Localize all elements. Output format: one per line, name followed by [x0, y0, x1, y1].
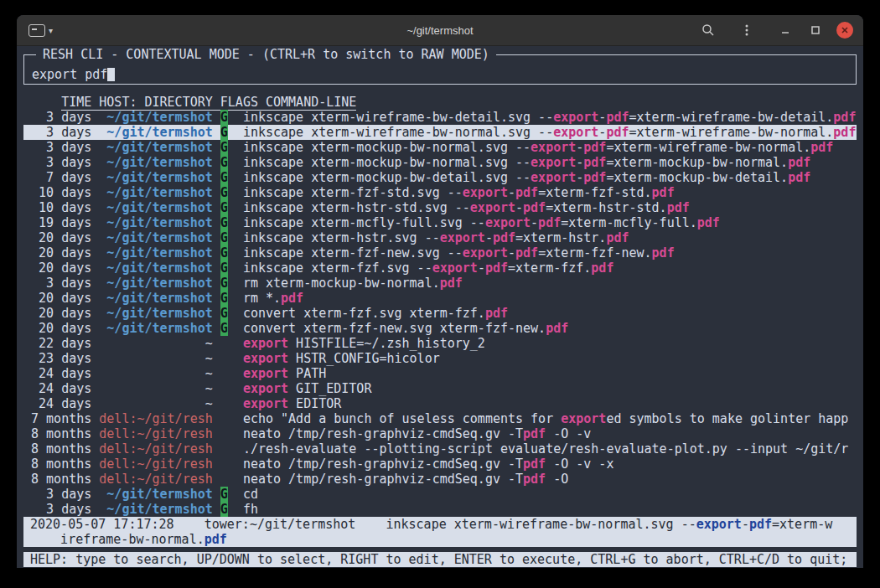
history-row[interactable]: 24 days ~ export EDITOR — [23, 396, 857, 411]
history-row[interactable]: 20 days ~/git/termshot G convert xterm-f… — [23, 321, 857, 336]
git-flag-badge: G — [220, 140, 228, 155]
history-row[interactable]: 20 days ~/git/termshot G inkscape xterm-… — [23, 230, 857, 245]
history-row[interactable]: 8 months dell:~/git/resh neato /tmp/resh… — [23, 426, 857, 441]
history-row[interactable]: 20 days ~/git/termshot G inkscape xterm-… — [23, 260, 857, 276]
search-match: pdf — [788, 170, 810, 185]
history-row[interactable]: 20 days ~/git/termshot G rm *.pdf — [23, 291, 857, 306]
host-directory-cell: ~/git/termshot — [99, 487, 212, 502]
history-row-selected[interactable]: 3 days ~/git/termshot G inkscape xterm-w… — [23, 125, 857, 140]
command-cell: inkscape xterm-wireframe-bw-detail.svg -… — [243, 110, 857, 125]
git-flag-badge: G — [220, 125, 228, 140]
git-flag-badge: G — [220, 276, 228, 291]
search-match: pdf — [485, 260, 508, 276]
git-flag-badge: G — [220, 110, 228, 125]
command-cell: convert xterm-fzf.svg xterm-fzf.pdf — [243, 306, 508, 321]
host-directory-cell: ~/git/termshot — [99, 125, 212, 140]
minimize-icon — [779, 23, 792, 37]
command-cell: inkscape xterm-fzf.svg --export-pdf=xter… — [243, 260, 614, 276]
search-match: export — [531, 170, 576, 185]
history-row[interactable]: 3 days ~/git/termshot G rm xterm-mockup-… — [23, 276, 857, 291]
status-line-1: 2020-05-07 17:17:28 tower:~/git/termshot… — [30, 517, 857, 532]
history-row[interactable]: 7 months dell:~/git/resh echo "Add a bun… — [23, 411, 857, 426]
time-cell: 20 days — [23, 245, 91, 260]
history-row[interactable]: 8 months dell:~/git/resh neato /tmp/resh… — [23, 472, 857, 487]
search-match: pdf — [493, 230, 515, 245]
menu-button[interactable] — [738, 21, 756, 39]
history-row[interactable]: 8 months dell:~/git/resh ./resh-evaluate… — [23, 441, 857, 456]
host-directory-cell: ~ — [99, 336, 212, 351]
search-match: pdf — [833, 125, 856, 140]
history-row[interactable]: 23 days ~ export HSTR_CONFIG=hicolor — [23, 351, 857, 366]
search-match: pdf — [606, 125, 629, 140]
search-match: pdf — [583, 155, 606, 170]
history-row[interactable]: 10 days ~/git/termshot G inkscape xterm-… — [23, 200, 857, 215]
host-directory-cell: ~/git/termshot — [99, 155, 212, 170]
git-flag-badge: G — [220, 245, 228, 260]
search-input[interactable]: export pdf — [32, 67, 115, 82]
time-cell: 8 months — [23, 472, 91, 487]
search-match: pdf — [440, 276, 463, 291]
command-cell: convert xterm-fzf-new.svg xterm-fzf-new.… — [243, 321, 568, 336]
command-cell: inkscape xterm-mockup-bw-normal.svg --ex… — [243, 155, 810, 170]
history-row[interactable]: 8 months dell:~/git/resh neato /tmp/resh… — [23, 456, 857, 472]
search-match: export — [432, 260, 478, 276]
text-cursor — [107, 68, 115, 81]
new-tab-button[interactable]: ▾ — [28, 24, 53, 37]
git-flag-badge: G — [220, 260, 228, 276]
history-row[interactable]: 24 days ~ export PATH — [23, 366, 857, 381]
history-row[interactable]: 3 days ~/git/termshot G fh — [23, 502, 857, 517]
command-cell: neato /tmp/resh-graphviz-cmdSeq.gv -Tpdf… — [243, 426, 591, 441]
command-cell: cd — [243, 487, 258, 502]
search-match: export — [243, 381, 288, 396]
time-cell: 24 days — [23, 396, 91, 411]
search-box-title: RESH CLI - CONTEXTUAL MODE - (CTRL+R to … — [36, 47, 496, 62]
search-match: pdf — [749, 517, 772, 532]
search-match: pdf — [523, 200, 546, 215]
history-row[interactable]: 7 days ~/git/termshot G inkscape xterm-m… — [23, 170, 857, 185]
history-row[interactable]: 3 days ~/git/termshot G inkscape xterm-m… — [23, 155, 857, 170]
table-header-text: TIME HOST: DIRECTORY FLAGS COMMAND-LINE — [61, 95, 356, 111]
kebab-menu-icon — [740, 23, 753, 37]
host-directory-cell: ~/git/termshot — [99, 321, 212, 336]
titlebar[interactable]: ▾ ~/git/termshot — [17, 15, 863, 46]
command-cell: inkscape xterm-hstr.svg --export-pdf=xte… — [243, 230, 629, 245]
history-row[interactable]: 20 days ~/git/termshot G inkscape xterm-… — [23, 245, 857, 260]
host-directory-cell: dell:~/git/resh — [99, 411, 212, 426]
close-button[interactable] — [836, 22, 853, 39]
history-row[interactable]: 20 days ~/git/termshot G convert xterm-f… — [23, 306, 857, 321]
git-flag-badge: G — [220, 306, 228, 321]
search-match: export — [243, 351, 288, 366]
search-match: pdf — [523, 426, 546, 441]
command-cell: neato /tmp/resh-graphviz-cmdSeq.gv -Tpdf… — [243, 456, 614, 472]
time-cell: 20 days — [23, 291, 91, 306]
history-row[interactable]: 3 days ~/git/termshot G cd — [23, 487, 857, 502]
search-box[interactable]: RESH CLI - CONTEXTUAL MODE - (CTRL+R to … — [23, 54, 857, 85]
history-row[interactable]: 19 days ~/git/termshot G inkscape xterm-… — [23, 215, 857, 230]
host-directory-cell: dell:~/git/resh — [99, 426, 212, 441]
history-row[interactable]: 24 days ~ export GIT_EDITOR — [23, 381, 857, 396]
minimize-button[interactable] — [776, 21, 795, 39]
history-row[interactable]: 22 days ~ export HISTFILE=~/.zsh_history… — [23, 336, 857, 351]
history-row[interactable]: 3 days ~/git/termshot G inkscape xterm-w… — [23, 110, 857, 125]
history-row[interactable]: 10 days ~/git/termshot G inkscape xterm-… — [23, 185, 857, 200]
history-row[interactable]: 3 days ~/git/termshot G inkscape xterm-m… — [23, 140, 857, 155]
restore-button[interactable] — [806, 21, 825, 39]
host-directory-cell: ~/git/termshot — [99, 110, 212, 125]
search-match: pdf — [652, 245, 675, 260]
search-match: export — [243, 366, 288, 381]
search-match: export — [531, 155, 576, 170]
status-line-2: ireframe-bw-normal.pdf — [30, 532, 857, 547]
git-flag-badge: G — [220, 291, 228, 306]
time-cell: 20 days — [23, 260, 91, 276]
search-button[interactable] — [699, 21, 717, 39]
command-cell: rm xterm-mockup-bw-normal.pdf — [243, 276, 463, 291]
terminal-content[interactable]: RESH CLI - CONTEXTUAL MODE - (CTRL+R to … — [17, 46, 863, 568]
time-cell: 24 days — [23, 366, 91, 381]
search-match: pdf — [515, 185, 538, 200]
host-directory-cell: ~ — [99, 351, 212, 366]
search-match: export — [463, 245, 508, 260]
time-cell: 23 days — [23, 351, 91, 366]
search-match: pdf — [606, 230, 629, 245]
search-match: export — [485, 215, 531, 230]
search-match: export — [470, 200, 515, 215]
